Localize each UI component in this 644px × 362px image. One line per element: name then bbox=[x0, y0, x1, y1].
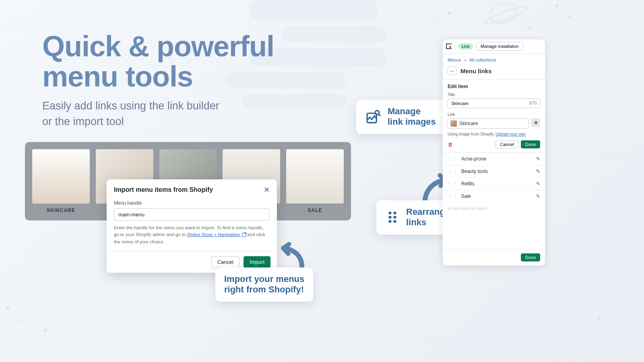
list-item-label: Sale bbox=[461, 193, 471, 199]
sparkle-icon: ✦ bbox=[596, 314, 602, 323]
link-input[interactable]: Skincare bbox=[448, 118, 529, 129]
upload-own-link[interactable]: Upload your own bbox=[495, 132, 526, 136]
import-callout: Import your menusright from Shopify! bbox=[215, 267, 313, 302]
image-hint: Using image from Shopify. Upload your ow… bbox=[448, 132, 540, 136]
svg-point-6 bbox=[388, 220, 391, 223]
tile-image bbox=[286, 149, 344, 204]
sparkle-icon: ✦ bbox=[42, 326, 48, 335]
svg-point-1 bbox=[375, 111, 379, 115]
chevron-right-icon: › bbox=[464, 58, 466, 62]
help-text: Enter the handle for the menu you want t… bbox=[114, 224, 270, 245]
panel-done-button[interactable]: Done bbox=[521, 253, 540, 261]
char-counter: 8/70 bbox=[529, 101, 537, 105]
close-icon[interactable]: ✕ bbox=[264, 185, 270, 194]
edit-icon[interactable]: ✎ bbox=[536, 156, 540, 162]
list-item-label: Acne-prone bbox=[461, 156, 486, 162]
svg-point-3 bbox=[393, 212, 396, 214]
drag-dots-icon bbox=[385, 210, 400, 224]
planet-icon bbox=[487, 0, 520, 27]
callout-text: Import your menusright from Shopify! bbox=[224, 274, 304, 295]
list-item[interactable]: ⋮⋮Sale ✎ bbox=[443, 190, 545, 203]
import-modal: Import menu items from Shopify ✕ Menu ha… bbox=[107, 179, 277, 273]
link-label: Link bbox=[448, 112, 540, 117]
decorative-ring bbox=[18, 316, 25, 322]
trash-icon[interactable]: 🗑 bbox=[448, 142, 453, 148]
list-item-label: Refills bbox=[461, 181, 475, 187]
menu-handle-label: Menu handle bbox=[114, 200, 270, 206]
hero-title: Quick & powerful menu tools bbox=[42, 31, 274, 92]
edit-icon[interactable]: ✎ bbox=[536, 169, 540, 174]
link-value: Skincare bbox=[459, 121, 478, 126]
menu-handle-input[interactable] bbox=[114, 208, 270, 221]
list-item[interactable]: ⋮⋮Acne-prone ✎ bbox=[443, 153, 545, 165]
drag-handle-icon[interactable]: ⋮⋮ bbox=[448, 169, 458, 174]
svg-point-5 bbox=[393, 216, 396, 219]
add-item-link[interactable]: ⊕ Add item to menu bbox=[443, 203, 545, 215]
svg-point-4 bbox=[388, 216, 391, 219]
drag-handle-icon[interactable]: ⋮⋮ bbox=[448, 181, 458, 187]
sparkle-icon: ✦ bbox=[566, 12, 572, 21]
list-item-label: Beauty tools bbox=[461, 169, 488, 174]
menu-item-list: ⋮⋮Acne-prone ✎ ⋮⋮Beauty tools ✎ ⋮⋮Refill… bbox=[443, 152, 545, 215]
sparkle-icon: ✦ bbox=[526, 24, 533, 33]
svg-point-2 bbox=[388, 212, 391, 214]
link-thumbnail bbox=[450, 120, 457, 127]
status-badge: Live bbox=[458, 43, 473, 49]
decorative-dot bbox=[555, 4, 559, 7]
exit-icon[interactable] bbox=[446, 43, 452, 49]
tile-caption: SKINCARE bbox=[32, 208, 90, 213]
image-search-icon bbox=[365, 109, 381, 125]
item-cancel-button[interactable]: Cancel bbox=[495, 140, 518, 148]
edit-item-heading: Edit item bbox=[448, 84, 540, 89]
external-link-icon bbox=[242, 233, 246, 237]
back-button[interactable]: ← bbox=[448, 66, 456, 75]
decorative-dot bbox=[6, 306, 9, 309]
navigation-link[interactable]: Online Store > Navigation bbox=[187, 232, 246, 237]
import-button[interactable]: Import bbox=[244, 256, 270, 268]
menu-links-panel: Live Manage installation Menus › All col… bbox=[443, 39, 545, 265]
clear-link-icon[interactable]: ✖ bbox=[531, 118, 540, 127]
sparkle-icon: ✦ bbox=[446, 9, 452, 18]
drag-handle-icon[interactable]: ⋮⋮ bbox=[448, 194, 458, 199]
title-label: Title bbox=[448, 93, 540, 97]
breadcrumb: Menus › All collections bbox=[443, 53, 545, 65]
gallery-tile: SALE bbox=[286, 149, 344, 213]
manage-installation-button[interactable]: Manage installation bbox=[476, 42, 523, 51]
gallery-tile: SKINCARE bbox=[32, 149, 90, 213]
edit-icon[interactable]: ✎ bbox=[536, 181, 540, 187]
breadcrumb-menus[interactable]: Menus bbox=[448, 58, 461, 62]
drag-handle-icon[interactable]: ⋮⋮ bbox=[448, 156, 458, 162]
decorative-blob bbox=[250, 0, 378, 20]
edit-icon[interactable]: ✎ bbox=[536, 193, 540, 199]
cancel-button[interactable]: Cancel bbox=[211, 256, 239, 268]
panel-title: Menu links bbox=[460, 68, 492, 74]
hero-block: Quick & powerful menu tools Easily add l… bbox=[42, 31, 274, 130]
svg-point-7 bbox=[393, 220, 396, 223]
hero-subtitle: Easily add links using the link builder … bbox=[42, 98, 274, 130]
list-item[interactable]: ⋮⋮Beauty tools ✎ bbox=[443, 165, 545, 178]
callout-text: Managelink images bbox=[388, 106, 436, 128]
tile-caption: SALE bbox=[286, 208, 344, 213]
item-done-button[interactable]: Done bbox=[521, 140, 540, 148]
decorative-ring bbox=[433, 16, 441, 24]
title-input[interactable] bbox=[448, 99, 540, 108]
arrow-icon bbox=[278, 239, 310, 272]
list-item[interactable]: ⋮⋮Refills ✎ bbox=[443, 178, 545, 190]
modal-title: Import menu items from Shopify bbox=[114, 186, 213, 193]
tile-image bbox=[32, 149, 90, 204]
breadcrumb-all-collections[interactable]: All collections bbox=[469, 58, 496, 62]
decorative-blob bbox=[282, 26, 386, 42]
manage-images-callout: Managelink images bbox=[356, 100, 445, 134]
